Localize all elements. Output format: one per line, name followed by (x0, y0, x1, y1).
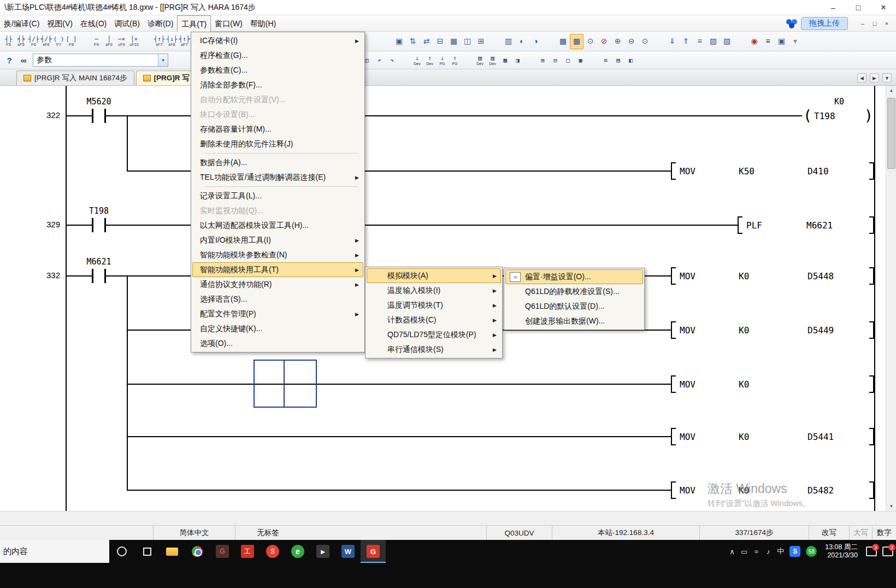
instruction-mov[interactable]: MOV K0 D5441 (671, 428, 874, 445)
toolbar-icon[interactable]: ⊖ (624, 34, 638, 49)
toolbar-icon[interactable]: ▩ (556, 34, 570, 49)
menubar-item[interactable]: 视图(V) (43, 15, 76, 32)
toolbar-icon[interactable]: ◫ (461, 34, 474, 49)
toolbar-icon[interactable]: ⊟ (433, 34, 447, 49)
toolbar-icon[interactable]: ↶ (373, 52, 386, 68)
menu-item[interactable]: 选项(O)... (192, 336, 363, 351)
taskbar-app-button[interactable] (160, 540, 185, 563)
toolbar-icon[interactable]: □ (562, 52, 574, 68)
toolbar-icon[interactable]: ▦ (447, 34, 461, 49)
toolbar-icon[interactable]: ↷ (386, 52, 398, 68)
instruction-mov[interactable]: MOV K0 (671, 375, 874, 393)
ladder-symbol-button[interactable] (140, 33, 153, 50)
menu-item[interactable]: 数据合并(A)... (192, 155, 363, 170)
taskbar-app-button[interactable]: e (285, 540, 310, 563)
toolbar-icon[interactable]: ⊙ (638, 34, 652, 49)
menu-item[interactable]: 智能功能模块参数检查(N) ▶ (192, 248, 363, 262)
document-tab[interactable]: [PRG]R 写入 MAIN 16874步 (16, 70, 134, 85)
mdi-restore-button[interactable]: □ (869, 18, 881, 29)
toolbar-icon[interactable]: ⇓ PG (436, 52, 449, 68)
ladder-symbol-button[interactable]: ┤↓├ sF8 (166, 33, 178, 50)
menu-item[interactable] (198, 185, 358, 189)
tray-icon[interactable]: S (787, 540, 803, 563)
toolbar-icon[interactable] (524, 52, 537, 68)
menu-item[interactable]: 以太网适配器模块设置工具(H)... (192, 218, 363, 233)
taskbar-app-button[interactable]: G (210, 540, 235, 563)
toolbar-icon[interactable]: ⇅ (406, 34, 420, 49)
menubar-item[interactable]: 调试(B) (110, 15, 144, 32)
toolbar-icon[interactable] (461, 52, 474, 68)
combobox-value[interactable]: 参数 (33, 55, 158, 65)
menu-item[interactable]: 温度输入模块(I) ▶ (367, 283, 501, 298)
taskbar-app-button[interactable]: 工 (235, 540, 260, 563)
ladder-symbol-button[interactable]: ( ) F7 (52, 33, 65, 50)
toolbar-icon[interactable]: ⇑ PG (449, 52, 461, 68)
menu-item[interactable]: ≈ 偏置·增益设置(O)... (505, 269, 643, 284)
menubar-item[interactable]: 在线(O) (76, 15, 110, 32)
tab-list-icon[interactable]: ▼ (882, 73, 892, 83)
taskbar-search-input[interactable]: 的内容 (0, 540, 109, 563)
menubar-item[interactable]: 诊断(D) (144, 15, 177, 32)
document-tab[interactable]: [PRG]R 写 (136, 70, 197, 85)
mdi-close-button[interactable]: × (881, 18, 893, 29)
menubar-item[interactable]: 帮助(H) (246, 15, 280, 32)
toolbar-icon[interactable]: ▦ (499, 52, 511, 68)
toolbar-icon[interactable]: ⊞ (537, 52, 549, 68)
toolbar-icon[interactable]: ≡ (693, 34, 706, 49)
ladder-symbol-button[interactable]: ┤├ F5 (2, 33, 15, 50)
menu-item[interactable]: Q61LD的默认设置(D)... (505, 299, 643, 314)
toolbar-icon[interactable] (587, 52, 599, 68)
ladder-symbol-button[interactable]: ┤↑├ sF7 (153, 33, 166, 50)
menu-item[interactable]: 通信协议支持功能(R) ▶ (192, 277, 363, 292)
toolbar-icon[interactable]: ▥ (502, 34, 515, 49)
taskbar-clock[interactable]: 13:08 周二 2021/3/30 (820, 543, 863, 560)
vertical-scrollbar[interactable]: ▲ ▼ (886, 86, 896, 511)
toolbar-icon[interactable]: ▩ (570, 34, 583, 49)
maximize-button[interactable]: □ (846, 0, 871, 15)
menu-item[interactable]: 选择语言(S)... (192, 292, 363, 307)
find-icon[interactable]: ∞ (16, 53, 31, 67)
ladder-symbol-button[interactable]: │ sF9 (103, 33, 115, 50)
toolbar-icon[interactable]: ⊙ (583, 34, 597, 49)
toolbar-icon[interactable]: ▥ Dev (474, 52, 486, 68)
tray-icon[interactable]: 58 (803, 540, 820, 563)
menu-item[interactable]: 配置文件管理(P) ▶ (192, 307, 363, 321)
instruction-plf[interactable]: PLF M6621 (738, 216, 874, 234)
menu-item[interactable]: 删除未使用的软元件注释(J) (192, 137, 363, 151)
menu-item[interactable]: 块口令设置(B)... (192, 107, 363, 122)
chevron-down-icon[interactable]: ▼ (158, 54, 168, 66)
menu-item[interactable]: 模拟模块(A) ▶ (367, 268, 501, 283)
open-contact[interactable] (92, 269, 106, 283)
toolbar-icon[interactable]: ⇓ Dev (411, 52, 423, 68)
instruction-mov[interactable]: MOV K50 D410 (671, 162, 874, 180)
toolbar-icon[interactable]: ⇄ (420, 34, 433, 49)
ladder-symbol-button[interactable]: ╡↑╞ aF7 (178, 33, 191, 50)
horizontal-scrollbar[interactable] (0, 511, 896, 525)
menu-item[interactable]: 串行通信模块(S) ▶ (367, 342, 501, 357)
help-icon[interactable]: ? (2, 53, 16, 67)
instruction-mov[interactable]: MOV K0 D5449 (671, 321, 874, 339)
menu-item[interactable]: QD75/LD75型定位模块(P) ▶ (367, 327, 501, 342)
taskbar-app-button[interactable] (134, 540, 160, 563)
toolbar-icon[interactable]: ◐ (515, 34, 529, 49)
taskbar-app-button[interactable] (185, 540, 210, 563)
taskbar-app-button[interactable]: G (361, 540, 386, 563)
toolbar-icon[interactable] (398, 52, 411, 68)
toolbar-icon[interactable]: ▣ (775, 34, 788, 49)
menu-item[interactable]: TEL功能设置/通过调制解调器连接(E) ▶ (192, 170, 363, 185)
menu-item[interactable]: 智能功能模块用工具(T) ▶ (192, 262, 363, 277)
tab-scroll-left-icon[interactable]: ◀ (857, 73, 866, 83)
toolbar-icon[interactable]: ▨ (706, 34, 720, 49)
taskbar-app-button[interactable] (109, 540, 134, 563)
toolbar-icon[interactable]: ≡ (599, 52, 612, 68)
toolbar-icon[interactable]: ▧ (720, 34, 734, 49)
toolbar-icon[interactable]: ◉ (747, 34, 761, 49)
toolbar-icon[interactable]: ⊘ (597, 34, 611, 49)
device-search-combobox[interactable]: 参数 ▼ (33, 54, 168, 67)
toolbar-icon[interactable] (734, 34, 747, 49)
open-contact[interactable] (92, 218, 106, 232)
instruction-mov[interactable]: MOV K0 D5448 (671, 267, 874, 285)
menu-item[interactable]: IC存储卡(I) ▶ (192, 33, 363, 48)
tray-icon[interactable]: ▭ (738, 540, 750, 563)
menubar-item[interactable]: 工具(T) (177, 15, 211, 32)
